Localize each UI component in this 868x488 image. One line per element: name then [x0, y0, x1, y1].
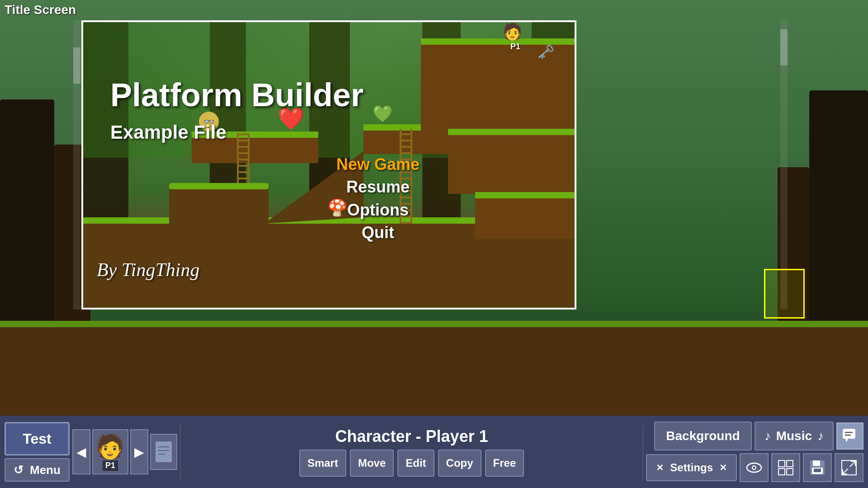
svg-rect-16: [813, 460, 820, 466]
ground-grass: [0, 321, 868, 327]
menu-button[interactable]: ↺ Menu: [5, 458, 70, 482]
test-menu-group: Test ↺ Menu: [5, 422, 70, 482]
right-arrow-icon: ▶: [134, 445, 144, 460]
svg-rect-14: [787, 469, 793, 475]
smart-button[interactable]: Smart: [299, 450, 346, 477]
separator-1: [180, 425, 181, 479]
grid-button[interactable]: [771, 453, 800, 482]
svg-rect-11: [778, 460, 785, 467]
svg-line-20: [850, 461, 855, 467]
music-note-icon: ♪: [764, 429, 771, 443]
toolbar: Test ↺ Menu ◀ 🧑 P1 ▶: [0, 416, 868, 488]
step-2-grass: [475, 192, 575, 198]
terrain-bump: [169, 188, 269, 224]
preview-box: 👓 ❤️ 🍄 💚 🧑 P1 🗝️ Platform Buil: [81, 20, 576, 310]
game-title: Platform Builder: [110, 76, 363, 113]
music-note-icon-2: ♪: [817, 429, 824, 443]
key-item: 🗝️: [538, 44, 554, 60]
music-button[interactable]: ♪ Music ♪: [755, 422, 834, 450]
gem-item: 💚: [373, 104, 393, 123]
separator-2: [642, 425, 643, 479]
action-buttons: Smart Move Edit Copy Free: [299, 450, 524, 477]
free-button[interactable]: Free: [485, 450, 524, 477]
step-1-grass: [448, 129, 575, 135]
page-icon: [150, 434, 177, 470]
ground-base: [0, 325, 868, 416]
game-subtitle: Example File: [110, 122, 226, 143]
char-sprite-container: 🧑 P1: [95, 433, 125, 471]
player-sprite: 🧑: [502, 22, 523, 41]
char-prev-button[interactable]: ◀: [72, 429, 90, 474]
menu-new-game[interactable]: New Game: [336, 153, 420, 176]
left-scrollbar[interactable]: [73, 20, 80, 310]
settings-x-left: ✕: [656, 462, 664, 473]
svg-rect-0: [156, 441, 172, 462]
char-sprite-icon: 🧑: [95, 433, 125, 460]
menu-options[interactable]: Options: [336, 199, 420, 221]
music-label: Music: [776, 429, 812, 443]
title-screen-label: Title Screen: [0, 0, 80, 20]
svg-rect-4: [843, 429, 855, 439]
speech-bubble-button[interactable]: [836, 422, 863, 450]
menu-resume[interactable]: Resume: [336, 176, 420, 198]
reset-icon: ↺: [14, 463, 24, 477]
terrain-bump-grass: [169, 183, 269, 189]
edit-button[interactable]: Edit: [397, 450, 434, 477]
char-nav-group: ◀ 🧑 P1 ▶: [72, 429, 177, 474]
svg-marker-5: [845, 439, 848, 442]
save-button[interactable]: [803, 453, 832, 482]
game-credit: By TingThing: [97, 259, 200, 281]
center-info: Character - Player 1 Smart Move Edit Cop…: [184, 427, 640, 477]
menu-quit[interactable]: Quit: [336, 221, 420, 244]
yellow-selection-box: [764, 269, 805, 319]
svg-rect-18: [814, 469, 821, 472]
eye-button[interactable]: [740, 453, 769, 482]
char-p1-label: P1: [103, 460, 118, 471]
step-2: [475, 194, 575, 239]
step-1: [448, 131, 575, 194]
char-title: Character - Player 1: [335, 427, 488, 446]
char-preview: 🧑 P1: [92, 429, 128, 474]
left-scrollbar-handle[interactable]: [73, 47, 80, 84]
menu-label: Menu: [30, 463, 61, 477]
right-top-row: Background ♪ Music ♪: [654, 422, 863, 450]
left-arrow-icon: ◀: [76, 445, 86, 460]
settings-x-right: ✕: [719, 462, 727, 473]
right-scrollbar-handle[interactable]: [780, 29, 788, 66]
game-area: 👓 ❤️ 🍄 💚 🧑 P1 🗝️ Platform Buil: [0, 0, 868, 416]
right-bottom-row: ✕ Settings ✕: [646, 453, 863, 482]
right-tools: Background ♪ Music ♪ ✕ Settings ✕: [646, 422, 863, 482]
svg-point-10: [753, 467, 755, 469]
svg-rect-13: [778, 469, 785, 475]
right-scrollbar[interactable]: [780, 20, 788, 310]
p1-indicator: P1: [510, 42, 520, 52]
copy-button[interactable]: Copy: [438, 450, 481, 477]
move-button[interactable]: Move: [350, 450, 394, 477]
svg-rect-12: [787, 460, 793, 467]
background-button[interactable]: Background: [654, 422, 751, 450]
expand-button[interactable]: [835, 453, 863, 482]
svg-line-21: [843, 469, 848, 474]
settings-button[interactable]: ✕ Settings ✕: [646, 454, 737, 481]
char-next-button[interactable]: ▶: [130, 429, 148, 474]
game-menu: New Game Resume Options Quit: [336, 153, 420, 244]
settings-label: Settings: [670, 461, 713, 474]
test-button[interactable]: Test: [5, 422, 70, 455]
